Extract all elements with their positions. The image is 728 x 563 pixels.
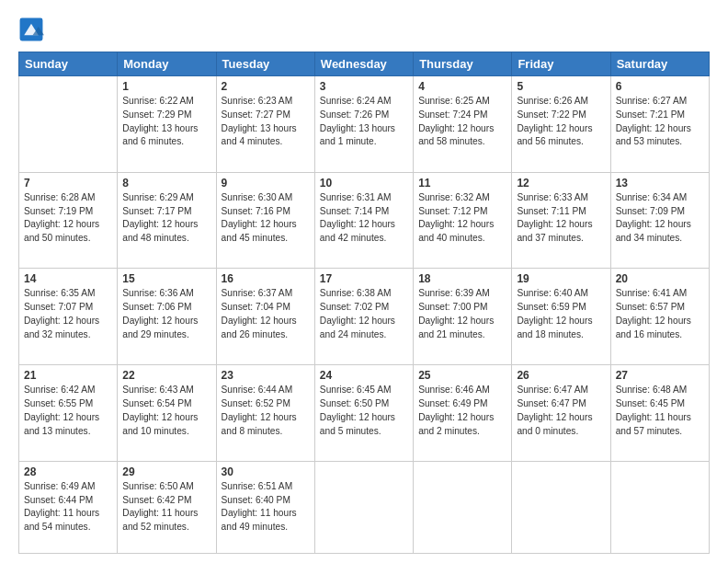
day-number: 20: [616, 272, 704, 285]
calendar-cell: 28Sunrise: 6:49 AM Sunset: 6:44 PM Dayli…: [19, 461, 118, 553]
day-number: 25: [418, 369, 506, 382]
day-info: Sunrise: 6:42 AM Sunset: 6:55 PM Dayligh…: [24, 384, 112, 438]
day-number: 26: [517, 369, 605, 382]
day-info: Sunrise: 6:27 AM Sunset: 7:21 PM Dayligh…: [616, 95, 704, 149]
day-number: 29: [122, 465, 210, 478]
calendar-cell: 3Sunrise: 6:24 AM Sunset: 7:26 PM Daylig…: [314, 76, 413, 173]
calendar-cell: 2Sunrise: 6:23 AM Sunset: 7:27 PM Daylig…: [216, 76, 314, 173]
day-number: 30: [222, 465, 310, 478]
calendar-cell: 8Sunrise: 6:29 AM Sunset: 7:17 PM Daylig…: [118, 172, 216, 269]
weekday-header-wednesday: Wednesday: [314, 52, 413, 76]
day-info: Sunrise: 6:49 AM Sunset: 6:44 PM Dayligh…: [24, 480, 112, 534]
calendar-cell: 27Sunrise: 6:48 AM Sunset: 6:45 PM Dayli…: [610, 365, 709, 462]
day-number: 22: [122, 369, 210, 382]
day-info: Sunrise: 6:46 AM Sunset: 6:49 PM Dayligh…: [418, 384, 506, 438]
day-number: 24: [320, 369, 408, 382]
day-info: Sunrise: 6:25 AM Sunset: 7:24 PM Dayligh…: [418, 95, 506, 149]
day-number: 27: [616, 369, 704, 382]
header: [18, 17, 710, 42]
calendar-cell: 20Sunrise: 6:41 AM Sunset: 6:57 PM Dayli…: [610, 269, 709, 365]
day-info: Sunrise: 6:26 AM Sunset: 7:22 PM Dayligh…: [517, 95, 605, 149]
calendar-cell: [19, 76, 118, 173]
week-row-3: 21Sunrise: 6:42 AM Sunset: 6:55 PM Dayli…: [19, 365, 710, 462]
day-number: 4: [418, 80, 506, 93]
calendar-cell: 21Sunrise: 6:42 AM Sunset: 6:55 PM Dayli…: [19, 365, 118, 462]
day-number: 1: [122, 80, 210, 93]
day-number: 21: [24, 369, 112, 382]
day-info: Sunrise: 6:32 AM Sunset: 7:12 PM Dayligh…: [418, 191, 506, 246]
week-row-1: 7Sunrise: 6:28 AM Sunset: 7:19 PM Daylig…: [19, 172, 710, 269]
day-number: 17: [320, 272, 408, 285]
day-number: 12: [517, 177, 605, 190]
day-info: Sunrise: 6:38 AM Sunset: 7:02 PM Dayligh…: [320, 287, 408, 341]
day-info: Sunrise: 6:43 AM Sunset: 6:54 PM Dayligh…: [122, 384, 210, 438]
calendar-cell: 29Sunrise: 6:50 AM Sunset: 6:42 PM Dayli…: [118, 461, 216, 553]
day-info: Sunrise: 6:51 AM Sunset: 6:40 PM Dayligh…: [222, 480, 310, 534]
logo: [18, 17, 48, 42]
week-row-2: 14Sunrise: 6:35 AM Sunset: 7:07 PM Dayli…: [19, 269, 710, 365]
day-number: 15: [122, 272, 210, 285]
calendar-cell: 10Sunrise: 6:31 AM Sunset: 7:14 PM Dayli…: [314, 172, 413, 269]
calendar-cell: 15Sunrise: 6:36 AM Sunset: 7:06 PM Dayli…: [118, 269, 216, 365]
weekday-header-friday: Friday: [512, 52, 610, 76]
calendar-cell: 19Sunrise: 6:40 AM Sunset: 6:59 PM Dayli…: [512, 269, 610, 365]
day-number: 10: [320, 177, 408, 190]
calendar-cell: 23Sunrise: 6:44 AM Sunset: 6:52 PM Dayli…: [216, 365, 314, 462]
day-info: Sunrise: 6:48 AM Sunset: 6:45 PM Dayligh…: [616, 384, 704, 438]
day-info: Sunrise: 6:28 AM Sunset: 7:19 PM Dayligh…: [24, 191, 112, 246]
day-number: 3: [320, 80, 408, 93]
day-number: 9: [222, 177, 310, 190]
day-info: Sunrise: 6:40 AM Sunset: 6:59 PM Dayligh…: [517, 287, 605, 341]
calendar-cell: [414, 461, 512, 553]
day-info: Sunrise: 6:29 AM Sunset: 7:17 PM Dayligh…: [122, 191, 210, 246]
logo-icon: [18, 17, 44, 42]
day-info: Sunrise: 6:37 AM Sunset: 7:04 PM Dayligh…: [222, 287, 310, 341]
day-info: Sunrise: 6:41 AM Sunset: 6:57 PM Dayligh…: [616, 287, 704, 341]
day-info: Sunrise: 6:24 AM Sunset: 7:26 PM Dayligh…: [320, 95, 408, 149]
day-info: Sunrise: 6:23 AM Sunset: 7:27 PM Dayligh…: [222, 95, 310, 149]
day-info: Sunrise: 6:33 AM Sunset: 7:11 PM Dayligh…: [517, 191, 605, 246]
day-number: 23: [222, 369, 310, 382]
day-number: 18: [418, 272, 506, 285]
calendar-cell: 30Sunrise: 6:51 AM Sunset: 6:40 PM Dayli…: [216, 461, 314, 553]
calendar-cell: 1Sunrise: 6:22 AM Sunset: 7:29 PM Daylig…: [118, 76, 216, 173]
day-info: Sunrise: 6:44 AM Sunset: 6:52 PM Dayligh…: [222, 384, 310, 438]
day-info: Sunrise: 6:50 AM Sunset: 6:42 PM Dayligh…: [122, 480, 210, 534]
day-number: 14: [24, 272, 112, 285]
calendar-cell: 5Sunrise: 6:26 AM Sunset: 7:22 PM Daylig…: [512, 76, 610, 173]
day-number: 16: [222, 272, 310, 285]
day-number: 5: [517, 80, 605, 93]
day-info: Sunrise: 6:31 AM Sunset: 7:14 PM Dayligh…: [320, 191, 408, 246]
weekday-header-tuesday: Tuesday: [216, 52, 314, 76]
calendar-cell: 7Sunrise: 6:28 AM Sunset: 7:19 PM Daylig…: [19, 172, 118, 269]
week-row-0: 1Sunrise: 6:22 AM Sunset: 7:29 PM Daylig…: [19, 76, 710, 173]
day-info: Sunrise: 6:35 AM Sunset: 7:07 PM Dayligh…: [24, 287, 112, 341]
calendar-cell: 6Sunrise: 6:27 AM Sunset: 7:21 PM Daylig…: [610, 76, 709, 173]
calendar-cell: 16Sunrise: 6:37 AM Sunset: 7:04 PM Dayli…: [216, 269, 314, 365]
weekday-header-saturday: Saturday: [610, 52, 709, 76]
calendar-cell: 14Sunrise: 6:35 AM Sunset: 7:07 PM Dayli…: [19, 269, 118, 365]
day-number: 6: [616, 80, 704, 93]
day-info: Sunrise: 6:39 AM Sunset: 7:00 PM Dayligh…: [418, 287, 506, 341]
calendar-page: SundayMondayTuesdayWednesdayThursdayFrid…: [0, 0, 728, 563]
day-info: Sunrise: 6:34 AM Sunset: 7:09 PM Dayligh…: [616, 191, 704, 246]
weekday-header-thursday: Thursday: [414, 52, 512, 76]
calendar-cell: 18Sunrise: 6:39 AM Sunset: 7:00 PM Dayli…: [414, 269, 512, 365]
calendar-cell: 25Sunrise: 6:46 AM Sunset: 6:49 PM Dayli…: [414, 365, 512, 462]
day-number: 13: [616, 177, 704, 190]
calendar-cell: 13Sunrise: 6:34 AM Sunset: 7:09 PM Dayli…: [610, 172, 709, 269]
day-info: Sunrise: 6:36 AM Sunset: 7:06 PM Dayligh…: [122, 287, 210, 341]
calendar-cell: 4Sunrise: 6:25 AM Sunset: 7:24 PM Daylig…: [414, 76, 512, 173]
weekday-header-monday: Monday: [118, 52, 216, 76]
calendar-cell: 9Sunrise: 6:30 AM Sunset: 7:16 PM Daylig…: [216, 172, 314, 269]
weekday-header-row: SundayMondayTuesdayWednesdayThursdayFrid…: [19, 52, 710, 76]
day-number: 7: [24, 177, 112, 190]
day-number: 2: [222, 80, 310, 93]
calendar-cell: 11Sunrise: 6:32 AM Sunset: 7:12 PM Dayli…: [414, 172, 512, 269]
calendar-cell: 26Sunrise: 6:47 AM Sunset: 6:47 PM Dayli…: [512, 365, 610, 462]
calendar-table: SundayMondayTuesdayWednesdayThursdayFrid…: [18, 52, 710, 554]
day-info: Sunrise: 6:30 AM Sunset: 7:16 PM Dayligh…: [222, 191, 310, 246]
week-row-4: 28Sunrise: 6:49 AM Sunset: 6:44 PM Dayli…: [19, 461, 710, 553]
calendar-cell: [512, 461, 610, 553]
calendar-cell: [314, 461, 413, 553]
